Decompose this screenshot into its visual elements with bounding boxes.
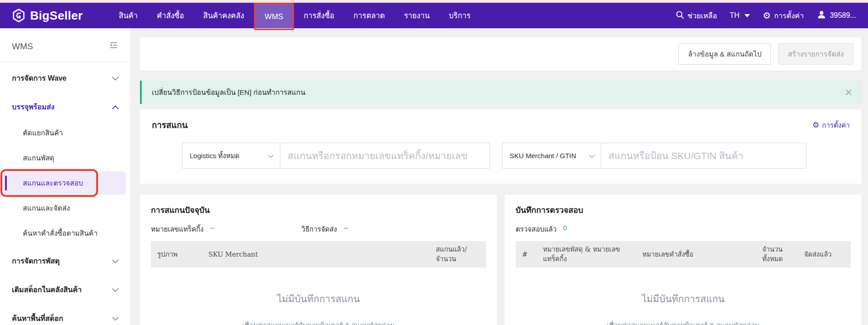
collapse-sidebar-icon[interactable] — [108, 40, 119, 52]
scan-section: การสแกน ⚙ การตั้งค่า Logistics ทั้งหมด S… — [140, 109, 862, 184]
help-label: ช่วยเหลือ — [687, 10, 717, 21]
sidebar-item-scan-parcel[interactable]: สแกนพัสดุ — [0, 146, 130, 170]
scan-section-title: การสแกน — [152, 119, 188, 132]
scan-settings-link[interactable]: ⚙ การตั้งค่า — [812, 120, 850, 131]
nav-item-inventory[interactable]: สินค้าคงคลัง — [194, 3, 254, 28]
chevron-down-icon — [589, 152, 594, 160]
shipping-method-value: -- — [343, 224, 348, 235]
check-record-empty-state: ไม่มีบันทึกการสแกน เชื่อมต่อสแกนเนอร์กับ… — [516, 291, 851, 325]
sku-type-selected-value: SKU Merchant / GTIN — [510, 152, 576, 160]
logistics-selected-value: Logistics ทั้งหมด — [190, 150, 239, 161]
language-selector[interactable]: TH — [730, 11, 750, 20]
check-record-panel: บันทึกการตรวจสอบ ตรวจสอบแล้ว 0 # หมายเลข… — [505, 195, 862, 325]
sidebar-item-search-order-by-product[interactable]: ค้นหาคำสั่งซื้อตามสินค้า — [0, 222, 130, 245]
sidebar-group-parcel-management[interactable]: การจัดการพัสดุ — [0, 248, 130, 273]
column-shipped: จัดส่งแล้ว — [804, 250, 844, 259]
sidebar-item-scan-and-check[interactable]: สแกนและตรวจสอบ — [0, 171, 126, 195]
logistics-select[interactable]: Logistics ทั้งหมด — [182, 143, 280, 169]
current-scan-table-header: รูปภาพ SKU Merchant สแกนแล้ว/ จำนวน — [151, 241, 486, 268]
navbar-right: ช่วยเหลือ TH ⚙ การตั้งค่า 39589... — [676, 10, 856, 21]
main-nav-menu: สินค้า คำสั่งซื้อ สินค้าคงคลัง WMS การสั… — [109, 3, 480, 28]
user-id: 39589... — [830, 11, 856, 20]
tracking-number-input[interactable] — [280, 143, 490, 169]
help-menu[interactable]: ช่วยเหลือ — [676, 10, 717, 21]
language-code: TH — [730, 11, 739, 20]
sidebar-item-sort-products[interactable]: คัดแยกสินค้า — [0, 121, 130, 144]
empty-title: ไม่มีบันทึกการสแกน — [151, 291, 486, 306]
chevron-down-icon — [744, 14, 750, 17]
nav-item-marketing[interactable]: การตลาด — [344, 3, 394, 28]
nav-item-orders[interactable]: คำสั่งซื้อ — [147, 3, 194, 28]
current-scan-title: การสแกนปัจจุบัน — [151, 204, 486, 217]
nav-item-reports[interactable]: รายงาน — [394, 3, 439, 28]
tracking-number-value: -- — [210, 224, 215, 235]
brand-name: BigSeller — [30, 9, 83, 23]
user-account[interactable]: 39589... — [816, 10, 856, 21]
chevron-down-icon — [268, 152, 274, 160]
input-method-alert: เปลี่ยนวิธีการป้อนข้อมูลเป็น [EN] ก่อนทำ… — [140, 81, 862, 104]
sidebar-group-search-stock-location[interactable]: ค้นหาพื้นที่สต็อก — [0, 306, 130, 325]
current-scan-panel: การสแกนปัจจุบัน หมายเลขแทร็คกิ้ง -- วิธี… — [140, 195, 497, 325]
check-record-title: บันทึกการตรวจสอบ — [516, 204, 851, 217]
nav-item-services[interactable]: บริการ — [439, 3, 480, 28]
column-sku-merchant: SKU Merchant — [208, 250, 436, 259]
clear-and-scan-next-button[interactable]: ล้างข้อมูล & สแกนถัดไป — [678, 43, 771, 65]
column-scanned-qty: สแกนแล้ว/ จำนวน — [436, 245, 480, 264]
nav-item-purchasing[interactable]: การสั่งซื้อ — [294, 3, 344, 28]
sidebar: WMS การจัดการ Wave บรรจุพร้อมส่ง — [0, 28, 131, 325]
check-record-table-header: # หมายเลขพัสดุ & หมายเลข แทร็คกิ้ง หมายเ… — [516, 241, 851, 268]
chevron-down-icon — [112, 315, 119, 323]
settings-label: การตั้งค่า — [774, 10, 804, 21]
tracking-number-label: หมายเลขแทร็คกิ้ง — [151, 224, 204, 235]
sidebar-title: WMS — [12, 41, 33, 52]
search-icon — [676, 10, 684, 21]
gear-icon: ⚙ — [812, 121, 819, 129]
sidebar-group-pack-and-ship[interactable]: บรรจุพร้อมส่ง — [0, 94, 130, 119]
empty-hint: เชื่อมต่อสแกนเนอร์กับคอมพิวเตอร์ & สแกนพ… — [516, 320, 851, 325]
sidebar-divider — [0, 62, 130, 62]
sidebar-header: WMS — [0, 28, 130, 62]
empty-hint: เชื่อมต่อสแกนเนอร์กับคอมพิวเตอร์ & สแกนพ… — [151, 320, 486, 325]
current-scan-empty-state: ไม่มีบันทึกการสแกน เชื่อมต่อสแกนเนอร์กับ… — [151, 291, 486, 325]
column-image: รูปภาพ — [157, 250, 208, 259]
nav-item-products[interactable]: สินค้า — [109, 3, 147, 28]
sku-gtin-input[interactable] — [601, 143, 806, 169]
sidebar-item-scan-and-ship[interactable]: สแกนและจัดส่ง — [0, 196, 130, 220]
column-order-number: หมายเลขคำสั่งซื้อ — [642, 250, 762, 259]
chevron-down-icon — [112, 74, 119, 83]
chevron-up-icon — [112, 103, 119, 111]
column-package-tracking: หมายเลขพัสดุ & หมายเลข แทร็คกิ้ง — [543, 245, 642, 264]
close-icon[interactable] — [846, 89, 852, 95]
column-index: # — [522, 250, 543, 259]
sidebar-group-wave-management[interactable]: การจัดการ Wave — [0, 66, 130, 91]
bigseller-logo-icon — [12, 9, 26, 22]
settings-menu[interactable]: ⚙ การตั้งค่า — [763, 10, 804, 21]
brand-logo[interactable]: BigSeller — [12, 9, 83, 23]
sku-type-select[interactable]: SKU Merchant / GTIN — [502, 143, 601, 169]
user-icon — [816, 10, 827, 21]
create-shipment-button[interactable]: สร้างรายการจัดส่ง — [778, 43, 853, 65]
sidebar-group-warehouse-restock[interactable]: เติมสต็อกในคลังสินค้า — [0, 277, 130, 302]
nav-item-wms[interactable]: WMS — [254, 3, 294, 30]
chevron-down-icon — [112, 286, 119, 294]
checked-label: ตรวจสอบแล้ว — [516, 224, 557, 235]
top-navbar: BigSeller สินค้า คำสั่งซื้อ สินค้าคงคลัง… — [0, 3, 868, 28]
shipping-method-label: วิธีการจัดส่ง — [301, 224, 337, 235]
column-total-qty: จำนวน ทั้งหมด — [762, 245, 804, 264]
action-toolbar: ล้างข้อมูล & สแกนถัดไป สร้างรายการจัดส่ง — [140, 37, 862, 71]
chevron-down-icon — [112, 257, 119, 265]
main-content: ล้างข้อมูล & สแกนถัดไป สร้างรายการจัดส่ง… — [131, 28, 868, 325]
alert-message: เปลี่ยนวิธีการป้อนข้อมูลเป็น [EN] ก่อนทำ… — [152, 87, 305, 98]
checked-count: 0 — [563, 224, 567, 235]
gear-icon: ⚙ — [763, 11, 771, 20]
empty-title: ไม่มีบันทึกการสแกน — [516, 291, 851, 306]
